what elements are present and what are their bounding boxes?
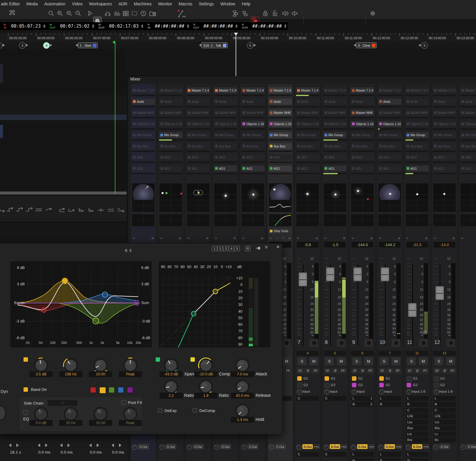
pan-position-dot[interactable]	[443, 193, 445, 195]
tiles-icon[interactable]	[122, 10, 129, 17]
automation-mode-icon-3[interactable]	[16, 207, 23, 213]
bus-assign-objects-1-16[interactable]: Objects 1-16	[132, 121, 155, 127]
sf-button[interactable]: SF	[379, 368, 386, 374]
add-plugin-button[interactable]: +	[297, 236, 299, 240]
bus-assign-objects-1-16[interactable]: Objects 1-16	[269, 121, 292, 127]
bus-assign-objects-1-16[interactable]: Objects 1-16	[187, 121, 210, 127]
speaker-icon[interactable]	[281, 10, 289, 17]
phase-button[interactable]: Ø	[441, 368, 448, 374]
mixer-strip[interactable]: Master 7.1.4AmbiMaster NHKObjects 1-16Mi…	[459, 84, 476, 461]
insert-slot[interactable]	[187, 200, 210, 212]
sf-button[interactable]: SF	[351, 368, 358, 374]
timecode-value[interactable]: ##:##:##:##	[252, 23, 282, 29]
marker-arrow[interactable]	[76, 44, 78, 47]
nudge-right-arrow[interactable]	[97, 443, 99, 447]
input-channel-field[interactable]: Rss	[406, 426, 428, 431]
menu-item-macros[interactable]: Macros	[178, 1, 192, 6]
direct-out-button[interactable]: D.Out	[138, 444, 149, 449]
direct-out-channel-field[interactable]: L	[406, 452, 428, 457]
direct-out-channel-field[interactable]: C	[324, 452, 346, 457]
nudge-right-arrow[interactable]	[68, 443, 70, 447]
insert-slot[interactable]	[405, 200, 429, 212]
group-2-toggle[interactable]	[407, 383, 411, 387]
bus-assign-master-7-1-4[interactable]: Master 7.1.4	[159, 87, 182, 93]
band-freq-value[interactable]: 238 Hz	[59, 371, 82, 377]
bus-assign-aux-bus[interactable]: Aux Bus	[159, 143, 182, 149]
insert-slot[interactable]	[159, 200, 182, 212]
add-plugin-button[interactable]: +	[187, 236, 190, 240]
bus-assign-ag1[interactable]: AG1	[214, 166, 237, 172]
bus-assign-master-7-1-4[interactable]: Master 7.1.4	[269, 87, 292, 93]
sc-freq-value[interactable]: 20 Hz	[59, 420, 82, 426]
marker-arrow[interactable]	[419, 44, 421, 47]
record-arm-button[interactable]	[309, 339, 318, 347]
strip-tools-button[interactable]: Strip Tools	[269, 228, 292, 234]
marker-flag[interactable]: S16: 2 - Talk	[201, 43, 228, 48]
timecode-spinner[interactable]	[235, 24, 238, 28]
insert-slot[interactable]	[378, 200, 401, 212]
phase-button[interactable]: Ø	[332, 368, 339, 374]
fader-value-box[interactable]: -1.5	[324, 241, 346, 248]
group-1-toggle[interactable]	[434, 376, 439, 381]
bus-assign-mix-group[interactable]: Mix Group	[296, 132, 319, 138]
phase-button[interactable]: Ø	[359, 368, 366, 374]
mute-button[interactable]: M	[419, 357, 428, 365]
nudge-value[interactable]: 0.0 ms	[109, 450, 127, 454]
marker-arrow[interactable]	[354, 44, 356, 47]
bus-assign-aux-bus[interactable]: Aux Bus	[433, 143, 456, 149]
input-channel-field[interactable]: C	[406, 408, 428, 413]
nudge-value[interactable]: 18.1 s	[7, 450, 24, 454]
direct-out-button[interactable]: D.Out	[439, 444, 450, 449]
bus-assign-master-7-1-4[interactable]: Master 7.1.4	[405, 87, 429, 93]
direct-out-channel-field[interactable]: L	[351, 452, 374, 457]
mute-button[interactable]: M	[392, 357, 400, 365]
sf-button[interactable]: SF	[297, 368, 304, 374]
remove-plugin-button[interactable]: −	[276, 236, 278, 240]
nudge-left-arrow[interactable]	[89, 443, 92, 447]
meter-layout-grid-icon[interactable]	[423, 331, 427, 334]
bus-assign-ag2[interactable]: AG2	[296, 154, 319, 160]
input-channel-field[interactable]: LFE	[406, 414, 428, 419]
input-channel-field[interactable]: Rrs	[433, 426, 456, 431]
bus-assign-ambi[interactable]: Ambi	[241, 99, 264, 105]
bus-assign-objects-1-16[interactable]: Objects 1-16	[214, 121, 237, 127]
pre-button[interactable]: PRE	[314, 444, 320, 449]
insert-slot[interactable]	[351, 200, 374, 212]
insert-slot[interactable]	[323, 214, 347, 226]
group-1-toggle[interactable]	[407, 376, 412, 381]
channel-sub-number[interactable]: 12	[433, 351, 456, 356]
band-select-swatch-5[interactable]	[127, 387, 133, 393]
menu-item-workspaces[interactable]: Workspaces	[89, 1, 112, 6]
nudge-right-arrow[interactable]	[119, 443, 121, 447]
bus-assign-aux-bus[interactable]: Aux Bus	[378, 143, 401, 149]
nudge-left-arrow[interactable]	[112, 443, 114, 447]
dyn-xpand-enable-toggle[interactable]	[155, 357, 160, 362]
pin-icon[interactable]	[255, 246, 261, 251]
bus-assign-master-7-1-4[interactable]: Master 7.1.4	[187, 87, 210, 93]
solo-button[interactable]: S	[325, 357, 334, 365]
bus-assign-ag1[interactable]: AG1	[323, 166, 347, 172]
timecode-value[interactable]: 00:05:07:23	[11, 23, 40, 29]
fader-value-box[interactable]: -144.2	[378, 241, 401, 248]
adr-record-icon[interactable]	[140, 10, 147, 17]
h-scrollbar-thumb[interactable]	[0, 192, 127, 194]
plugin-config-button-2[interactable]: 2	[217, 246, 223, 251]
green-playhead-cap[interactable]	[112, 40, 115, 44]
group-2-toggle[interactable]	[297, 383, 302, 388]
strip-menu-button[interactable]: ≡	[425, 236, 428, 240]
insert-slot[interactable]	[460, 200, 476, 212]
marquee-icon[interactable]	[131, 10, 138, 17]
bus-assign-ag1[interactable]: AG1	[241, 166, 264, 172]
direct-out-button[interactable]: D.Out	[248, 444, 258, 449]
record-arm-button[interactable]	[419, 339, 428, 347]
bus-assign-aux-bus[interactable]: Aux Bus	[241, 143, 264, 149]
xpand-ratio-value[interactable]: 2.2	[159, 393, 183, 399]
bus-assign-aux-bus[interactable]: Aux Bus	[269, 143, 292, 149]
solo-button[interactable]: S	[380, 357, 389, 365]
solo-button[interactable]: S	[352, 357, 361, 365]
bus-assign-aux-bus[interactable]: Aux Bus	[214, 143, 237, 149]
input-channel-field[interactable]: C	[324, 396, 346, 401]
pan-position-dot[interactable]	[180, 193, 182, 195]
play-icon[interactable]	[86, 10, 93, 17]
pan-position-dot[interactable]	[252, 193, 254, 196]
